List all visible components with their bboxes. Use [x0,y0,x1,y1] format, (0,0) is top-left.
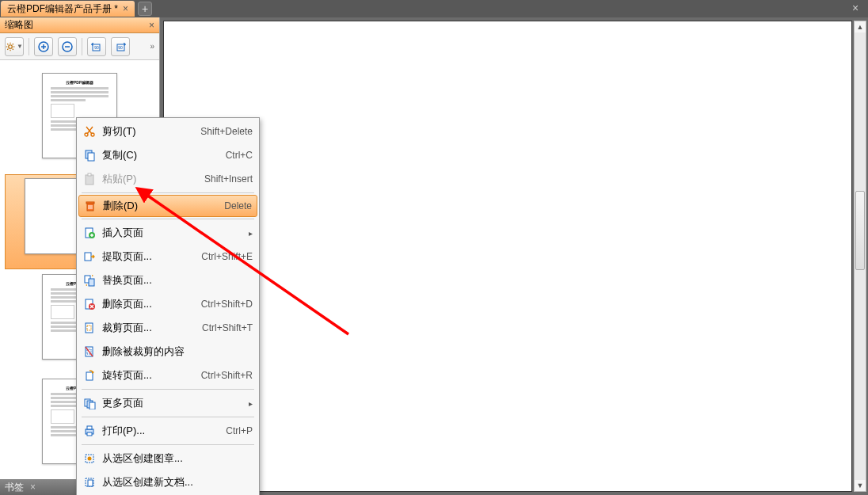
document-view: ▲ ▼ [160,17,868,495]
menu-separator [82,417,254,417]
menu-item-rotate[interactable]: 旋转页面...Ctrl+Shift+R [78,364,257,387]
menu-item-newdoc[interactable]: 从选区创建新文档... [78,470,257,494]
rotate-ccw-icon: 90 [90,40,103,53]
newdoc-icon [82,474,97,490]
menu-item-stamp[interactable]: 从选区创建图章... [78,447,257,470]
replace-icon [82,272,97,288]
menu-item-label: 替换页面... [102,273,253,287]
chevron-down-icon: ▼ [17,43,23,50]
svg-text:90: 90 [94,45,99,50]
insert-icon [82,225,97,241]
menu-item-label: 旋转页面... [102,368,195,383]
menu-item-more[interactable]: 更多页面▸ [78,391,257,415]
extract-icon [82,249,97,265]
thumbnail-panel-title: 缩略图 [5,18,33,32]
svg-line-6 [13,48,13,49]
cut-icon [82,124,97,139]
menu-item-copy[interactable]: 复制(C)Ctrl+C [78,143,257,167]
menu-item-shortcut: Ctrl+Shift+E [201,251,253,262]
bookmarks-label: 书签 [5,481,24,494]
svg-point-58 [88,457,92,461]
svg-rect-27 [88,173,91,176]
plus-icon [37,40,50,53]
gear-icon [6,41,15,52]
zoom-in-button[interactable] [34,37,53,56]
svg-text:90: 90 [118,45,123,50]
menu-item-paste: 粘贴(P)Shift+Insert [78,167,257,191]
svg-rect-39 [89,279,94,286]
menu-item-cropdel[interactable]: 删除被裁剪的内容 [78,340,257,364]
menu-item-label: 更多页面 [102,396,242,410]
menu-item-insert[interactable]: 插入页面▸ [78,221,257,245]
cropdel-icon [82,344,97,360]
workspace: 缩略图 × ▼ 90 90 » 云橙PDF编辑器12云橙PDF编辑器 [0,17,868,495]
menu-item-label: 裁剪页面... [102,321,196,335]
menu-item-label: 从选区创建新文档... [102,475,253,489]
svg-line-8 [13,44,13,44]
separator [29,38,29,55]
paste-icon [82,171,97,187]
menu-separator [82,389,254,390]
options-button[interactable]: ▼ [5,37,24,56]
menu-item-label: 从选区创建图章... [102,451,253,466]
menu-item-label: 删除页面... [102,297,195,311]
menu-item-delete[interactable]: 删除(D)Delete [78,195,257,217]
separator [82,38,82,55]
menu-item-label: 删除(D) [103,199,218,213]
menu-item-shortcut: Shift+Delete [200,126,253,137]
rotate-icon [82,367,97,383]
menu-separator [82,219,254,219]
more-icon [82,395,97,411]
scroll-up-button[interactable]: ▲ [855,21,866,32]
vertical-scrollbar[interactable]: ▲ ▼ [854,21,866,492]
svg-rect-60 [88,480,93,486]
menu-item-print[interactable]: 打印(P)...Ctrl+P [78,419,257,443]
menu-item-extract[interactable]: 提取页面...Ctrl+Shift+E [78,245,257,268]
menu-item-replace[interactable]: 替换页面... [78,268,257,292]
menu-item-label: 插入页面 [102,226,242,240]
svg-marker-19 [124,43,126,46]
menu-item-label: 提取页面... [102,249,195,264]
svg-line-7 [7,48,8,49]
menu-separator [82,192,254,193]
svg-rect-37 [85,253,91,261]
overflow-icon[interactable]: » [150,42,154,51]
rotate-ccw-button[interactable]: 90 [87,37,106,56]
svg-marker-16 [91,43,93,46]
tab-title: 云橙PDF编辑器产品手册 * [7,2,118,16]
crop-icon [82,320,97,336]
menu-item-label: 剪切(T) [102,124,194,139]
svg-rect-55 [87,426,92,429]
scrollbar-track[interactable] [855,32,866,480]
scrollbar-thumb[interactable] [855,191,865,270]
svg-rect-49 [86,372,93,380]
menu-item-shortcut: Ctrl+C [226,150,253,161]
svg-rect-44 [86,323,93,333]
menu-item-delpage[interactable]: 删除页面...Ctrl+Shift+D [78,292,257,316]
menu-item-shortcut: Ctrl+P [226,425,253,436]
bookmarks-close-icon[interactable]: × [30,482,36,493]
tabbar-close-icon[interactable]: × [852,2,865,14]
svg-rect-25 [88,153,94,161]
menu-item-cut[interactable]: 剪切(T)Shift+Delete [78,120,257,143]
rotate-cw-button[interactable]: 90 [111,37,130,56]
submenu-arrow-icon: ▸ [249,229,253,238]
document-tab[interactable]: 云橙PDF编辑器产品手册 * × [1,1,135,17]
thumbnail-panel-close-icon[interactable]: × [149,20,154,31]
menu-item-label: 粘贴(P) [102,172,198,186]
copy-icon [82,147,97,163]
submenu-arrow-icon: ▸ [249,399,253,408]
thumbnail-panel-header: 缩略图 × [0,17,159,33]
new-tab-button[interactable]: + [138,2,152,16]
stamp-icon [82,451,97,466]
menu-item-shortcut: Ctrl+Shift+T [202,322,253,333]
scroll-down-button[interactable]: ▼ [855,480,866,491]
page-canvas[interactable] [163,21,852,492]
svg-rect-29 [86,202,94,204]
svg-line-5 [7,44,8,44]
menu-item-shortcut: Ctrl+Shift+D [201,299,253,310]
menu-item-crop[interactable]: 裁剪页面...Ctrl+Shift+T [78,316,257,340]
zoom-out-button[interactable] [58,37,77,56]
tab-close-icon[interactable]: × [123,3,128,14]
delete-icon [82,198,98,214]
